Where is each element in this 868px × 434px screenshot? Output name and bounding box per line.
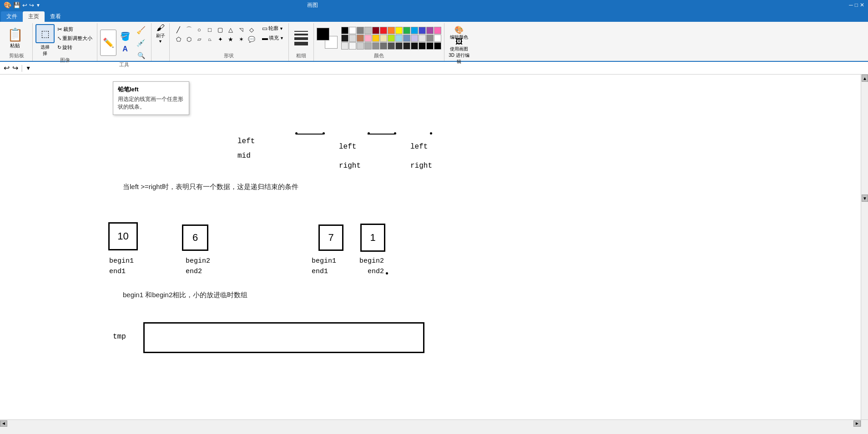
maximize-button[interactable]: □ (855, 2, 858, 8)
size-label: 粗细 (293, 52, 310, 60)
color-row2-12[interactable] (426, 35, 434, 42)
color-row2-1[interactable] (341, 35, 348, 42)
undo-toolbar-button[interactable]: ↩ (4, 64, 10, 72)
shape-roundrect[interactable]: ▢ (215, 25, 225, 34)
shape-star4[interactable]: ✦ (215, 35, 225, 44)
color-row2-7[interactable] (388, 35, 395, 42)
color-gray1[interactable] (357, 27, 364, 34)
shape-star6[interactable]: ✶ (236, 35, 246, 44)
color-teal[interactable] (411, 27, 418, 34)
select-button[interactable]: ⬚ (35, 24, 55, 43)
scrollbar-corner (861, 419, 868, 427)
color-black[interactable] (341, 27, 348, 34)
color-row3-3[interactable] (357, 42, 364, 50)
shape-parallelogram[interactable]: ▱ (194, 35, 204, 44)
color-row2-11[interactable] (419, 35, 426, 42)
shape-line[interactable]: ╱ (173, 25, 183, 34)
shape-callout[interactable]: 💬 (247, 35, 257, 44)
tools-label: 工具 (100, 61, 148, 69)
color-blue[interactable] (419, 27, 426, 34)
color-pink[interactable] (434, 27, 441, 34)
dot2 (323, 132, 325, 135)
shape-pent[interactable]: ⬠ (173, 35, 183, 44)
color-row2-4[interactable] (364, 35, 372, 42)
tab-view[interactable]: 查看 (45, 11, 66, 22)
color-orange[interactable] (388, 27, 395, 34)
redo-toolbar-button[interactable]: ↪ (12, 64, 18, 72)
pencil-button[interactable]: ✏️ (100, 30, 116, 56)
color-row3-1[interactable] (341, 42, 348, 50)
fill-button[interactable]: 🪣 (118, 30, 132, 42)
save-button[interactable]: 💾 (13, 2, 20, 9)
magnifier-button[interactable]: 🔍 (134, 50, 148, 61)
shape-rect[interactable]: □ (205, 25, 215, 34)
minimize-button[interactable]: ─ (849, 2, 853, 8)
color-row3-7[interactable] (388, 42, 395, 50)
dot1 (295, 132, 298, 135)
scrollbar-right[interactable]: ▲ ▼ (861, 75, 868, 419)
color-row3-10[interactable] (411, 42, 418, 50)
tmp-box (143, 322, 424, 353)
shape-star5[interactable]: ★ (226, 35, 236, 44)
paste-button[interactable]: 📋 粘贴 (4, 25, 26, 51)
line-h1 (296, 134, 323, 135)
tab-file[interactable]: 文件 (1, 11, 23, 22)
color-row2-6[interactable] (380, 35, 387, 42)
outline-button[interactable]: ▭ 轮廓 ▼ (260, 24, 286, 33)
color-picker-button[interactable]: 💉 (134, 37, 148, 49)
redo-button[interactable]: ↪ (29, 2, 34, 9)
color-row2-2[interactable] (349, 35, 356, 42)
color-row3-9[interactable] (403, 42, 410, 50)
color-yellow[interactable] (395, 27, 403, 34)
box-6: 6 (182, 224, 208, 251)
brush-button[interactable]: 🖌 刷子 ▼ (152, 24, 169, 42)
shape-diamond[interactable]: ◇ (247, 25, 257, 34)
color-row2-3[interactable] (357, 35, 364, 42)
close-button[interactable]: ✕ (860, 2, 864, 8)
color-gray2[interactable] (364, 27, 372, 34)
clipboard-label: 剪贴板 (4, 52, 30, 60)
color-row3-8[interactable] (395, 42, 403, 50)
fill-shape-button[interactable]: ▬ 填充 ▼ (260, 34, 286, 42)
shape-hex[interactable]: ⬡ (184, 35, 194, 44)
color-row3-5[interactable] (372, 42, 379, 50)
text-button[interactable]: A (118, 43, 132, 55)
color-row3-12[interactable] (426, 42, 434, 50)
color-row3-11[interactable] (419, 42, 426, 50)
scrollbar-bottom[interactable]: ◄ ► (0, 419, 861, 427)
colors-section: 颜色 (314, 23, 444, 61)
shape-rtriangle[interactable]: ◹ (236, 25, 246, 34)
paint3d-button[interactable]: 🖼 使用画图 3D 进行编辑 (447, 43, 471, 60)
color-purple[interactable] (426, 27, 434, 34)
undo-button[interactable]: ↩ (22, 2, 27, 9)
dot5 (430, 132, 432, 135)
shape-triangle[interactable]: △ (226, 25, 236, 34)
color-white[interactable] (349, 27, 356, 34)
tab-home[interactable]: 主页 (23, 11, 45, 22)
color-row3-4[interactable] (364, 42, 372, 50)
color-row3-6[interactable] (380, 42, 387, 50)
color-red[interactable] (380, 27, 387, 34)
eraser-button[interactable]: 🧹 (134, 24, 148, 36)
color1-box[interactable] (317, 28, 329, 40)
box-1: 1 (360, 224, 385, 252)
color-row3-2[interactable] (349, 42, 356, 50)
color-row2-5[interactable] (372, 35, 379, 42)
dropdown-arrow[interactable]: ▼ (36, 3, 40, 8)
resize-button[interactable]: ⤡ 重新调整大小 (56, 34, 94, 43)
color-row2-13[interactable] (434, 35, 441, 42)
clipboard-section: 📋 粘贴 剪贴板 (1, 23, 33, 61)
color-row3-13[interactable] (434, 42, 441, 50)
color-row2-9[interactable] (403, 35, 410, 42)
color-row2-10[interactable] (411, 35, 418, 42)
color-darkred[interactable] (372, 27, 379, 34)
toolbar-divider: | (21, 64, 23, 72)
color-green[interactable] (403, 27, 410, 34)
color-row2-8[interactable] (395, 35, 403, 42)
toolbar-dropdown[interactable]: ▼ (25, 65, 31, 71)
crop-button[interactable]: ✂ 裁剪 (56, 25, 94, 34)
shape-oval[interactable]: ○ (194, 25, 204, 34)
shape-trapezoid[interactable]: ⏢ (205, 35, 215, 44)
shape-curve[interactable]: ⌒ (184, 25, 194, 34)
rotate-button[interactable]: ↻ 旋转 (56, 43, 94, 52)
